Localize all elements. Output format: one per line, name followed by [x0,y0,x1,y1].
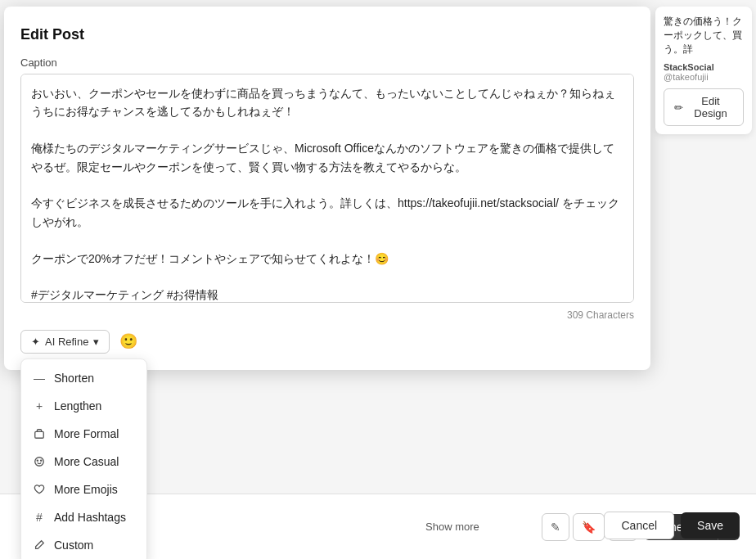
svg-rect-0 [35,431,44,438]
edit-design-label: Edit Design [688,95,733,119]
emoji-button[interactable]: 🙂 [116,329,141,354]
edit-design-button[interactable]: ✏ Edit Design [664,88,744,126]
caption-textarea[interactable]: おいおい、クーポンやセールを使わずに商品を買っちまうなんて、もったいないことして… [20,74,634,303]
shorten-label: Shorten [54,372,94,385]
svg-point-1 [35,458,44,467]
sparkle-icon: ✦ [31,336,40,348]
bookmark-icon-btn[interactable]: 🔖 [573,513,605,541]
smile-icon [33,455,46,468]
lengthen-label: Lengthen [54,399,101,412]
show-more-text: Show more [425,521,479,533]
action-buttons: Cancel Save [604,512,740,539]
svg-point-2 [37,460,38,461]
edit-icon-btn[interactable]: ✎ [542,513,569,541]
dropdown-item-more-formal[interactable]: More Formal [21,420,146,448]
dropdown-item-add-hashtags[interactable]: # Add Hashtags [21,503,146,531]
dropdown-item-more-emojis[interactable]: More Emojis [21,476,146,503]
account-handle: @takeofujii [664,72,744,82]
pencil-icon: ✏ [674,101,683,114]
hash-icon: # [33,511,46,524]
char-count: 309 Characters [20,309,634,321]
chevron-down-icon: ▾ [93,336,99,348]
minus-icon: — [33,372,46,385]
save-button[interactable]: Save [681,512,740,539]
account-name: StackSocial [664,62,744,72]
dropdown-item-more-casual[interactable]: More Casual [21,448,146,476]
custom-label: Custom [54,539,93,552]
more-emojis-label: More Emojis [54,483,118,496]
plus-icon: + [33,399,46,412]
dropdown-item-lengthen[interactable]: + Lengthen [21,392,146,420]
briefcase-icon [33,427,46,440]
custom-edit-icon [33,539,46,552]
cancel-button[interactable]: Cancel [604,512,674,539]
right-panel: 驚きの価格う！クーポックして、買う。詳 StackSocial @takeofu… [655,7,752,134]
ai-refine-dropdown: — Shorten + Lengthen More Formal [20,358,147,559]
add-hashtags-label: Add Hashtags [54,511,126,524]
more-formal-label: More Formal [54,427,119,440]
toolbar-row: ✦ AI Refine ▾ 🙂 — Shorten + Lengthen [20,329,634,354]
heart-icon [33,483,46,496]
preview-text: 驚きの価格う！クーポックして、買う。詳 [664,15,744,56]
ai-refine-label: AI Refine [45,336,88,348]
ai-refine-button[interactable]: ✦ AI Refine ▾ [20,330,110,354]
dropdown-item-custom[interactable]: Custom [21,531,146,559]
caption-label: Caption [20,56,634,69]
edit-post-modal: Edit Post Caption おいおい、クーポンやセールを使わずに商品を買… [4,7,650,370]
more-casual-label: More Casual [54,455,119,468]
modal-title: Edit Post [20,26,634,43]
svg-point-3 [41,460,42,461]
dropdown-item-shorten[interactable]: — Shorten [21,364,146,392]
